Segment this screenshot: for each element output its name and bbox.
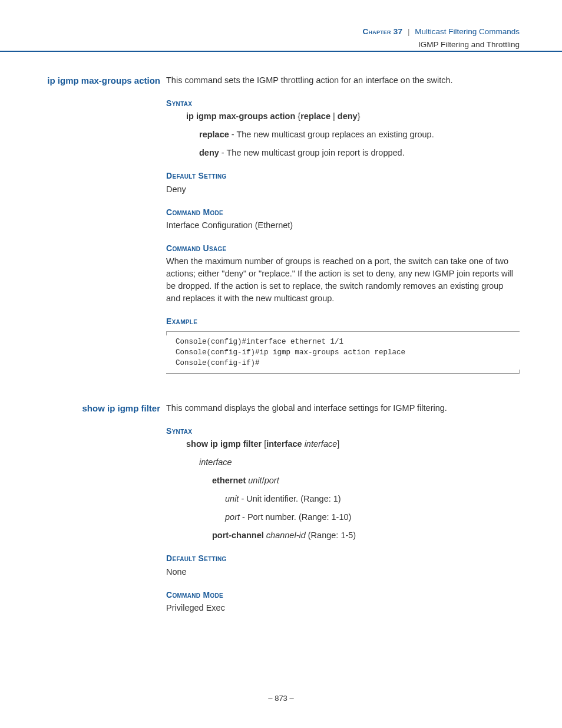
example-code: Console(config)#interface ethernet 1/1 C…: [166, 331, 520, 374]
unit-line: unit - Unit identifier. (Range: 1): [166, 493, 520, 505]
command-entry: show ip igmp filter This command display…: [42, 402, 520, 614]
syntax-line: show ip igmp filter [interface interface…: [166, 438, 520, 450]
default-heading: Default Setting: [166, 170, 520, 182]
param-replace: replace - The new multicast group replac…: [166, 129, 520, 141]
section-title: IGMP Filtering and Throttling: [363, 39, 520, 51]
command-description: This command displays the global and int…: [166, 402, 520, 414]
default-value: Deny: [166, 183, 520, 196]
mode-heading: Command Mode: [166, 206, 520, 218]
param-deny: deny - The new multicast group join repo…: [166, 147, 520, 159]
header-rule: [0, 51, 562, 52]
mode-value: Privileged Exec: [166, 602, 520, 614]
content-area: ip igmp max-groups action This command s…: [42, 74, 520, 643]
usage-heading: Command Usage: [166, 242, 520, 254]
command-body: This command displays the global and int…: [166, 402, 520, 614]
port-line: port - Port number. (Range: 1-10): [166, 511, 520, 523]
example-heading: Example: [166, 315, 520, 327]
separator: |: [408, 27, 410, 36]
command-description: This command sets the IGMP throttling ac…: [166, 74, 520, 87]
command-entry: ip igmp max-groups action This command s…: [42, 74, 520, 374]
command-name: show ip igmp filter: [42, 402, 166, 614]
port-channel-line: port-channel channel-id (Range: 1-5): [166, 529, 520, 542]
header-line-1: Chapter 37 | Multicast Filtering Command…: [363, 26, 520, 38]
syntax-line: ip igmp max-groups action {replace | den…: [166, 110, 520, 123]
syntax-heading: Syntax: [166, 97, 520, 109]
command-body: This command sets the IGMP throttling ac…: [166, 74, 520, 374]
page-number: – 873 –: [268, 694, 293, 703]
ethernet-line: ethernet unit/port: [166, 475, 520, 487]
chapter-title: Multicast Filtering Commands: [415, 27, 520, 36]
interface-arg: interface: [166, 456, 520, 469]
command-name: ip igmp max-groups action: [42, 74, 166, 374]
syntax-heading: Syntax: [166, 425, 520, 437]
usage-text: When the maximum number of groups is rea…: [166, 255, 520, 305]
default-heading: Default Setting: [166, 552, 520, 564]
default-value: None: [166, 566, 520, 578]
page-header: Chapter 37 | Multicast Filtering Command…: [363, 26, 520, 50]
mode-value: Interface Configuration (Ethernet): [166, 219, 520, 232]
chapter-label: Chapter 37: [363, 27, 403, 36]
mode-heading: Command Mode: [166, 589, 520, 601]
page-footer: – 873 –: [0, 693, 562, 704]
syntax-text: ip igmp max-groups action: [186, 111, 297, 121]
